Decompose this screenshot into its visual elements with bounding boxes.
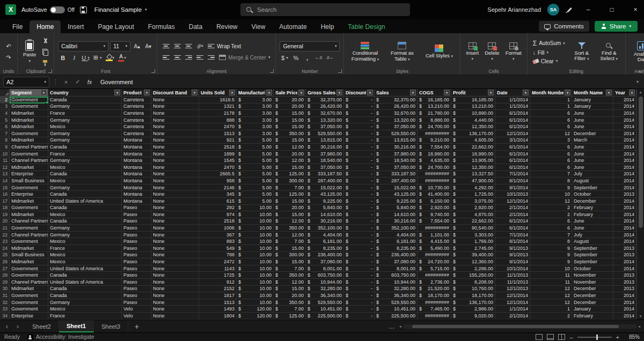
cell[interactable]: $24,700.00 <box>418 123 451 130</box>
cell[interactable]: $12.00 <box>274 279 306 286</box>
cell[interactable]: Paseo <box>122 238 151 245</box>
row-header-22[interactable]: 22 <box>0 232 10 239</box>
cell[interactable]: 7 <box>530 232 572 239</box>
cell[interactable]: $13,815.00 <box>306 137 344 144</box>
cell[interactable]: Channel Partners <box>10 218 48 225</box>
cell[interactable]: June <box>572 110 613 117</box>
cell[interactable]: $10,944.00 <box>375 279 418 286</box>
cell[interactable]: $- <box>344 279 375 286</box>
cell[interactable]: 1 <box>530 103 572 110</box>
cell[interactable]: $10.00 <box>237 286 274 293</box>
cell[interactable]: 6/1/2014 <box>495 164 530 171</box>
tab-home[interactable]: Home <box>30 20 61 33</box>
cell[interactable]: $13,327.50 <box>451 171 495 178</box>
cell[interactable]: 2/1/2014 <box>495 211 530 218</box>
cell[interactable]: 8/1/2014 <box>495 238 530 245</box>
row-header-29[interactable]: 29 <box>0 279 10 286</box>
cell[interactable]: 12/1/2014 <box>495 292 530 299</box>
cell[interactable]: $5,715.00 <box>418 265 451 272</box>
cell[interactable]: $8,235.00 <box>375 245 418 252</box>
cell[interactable]: Midmarket <box>10 258 48 265</box>
cell[interactable]: None <box>151 292 199 299</box>
cell[interactable]: None <box>151 110 199 117</box>
cell[interactable]: Paseo <box>122 218 151 225</box>
column-header-sale-price[interactable]: Sale Price▾ <box>274 89 306 97</box>
cell[interactable]: $- <box>344 97 375 103</box>
cell[interactable]: $7.00 <box>274 184 306 191</box>
cell[interactable]: Germany <box>48 184 122 191</box>
cell[interactable]: $136,170.00 <box>451 130 495 137</box>
cell[interactable]: None <box>151 211 199 218</box>
cell[interactable]: Montana <box>122 151 151 158</box>
cell[interactable]: Midmarket <box>10 286 48 293</box>
dialog-launcher-icon[interactable] <box>151 69 155 73</box>
cell[interactable]: $13,320.00 <box>306 117 344 124</box>
cell[interactable]: 2518 <box>199 218 237 225</box>
cell[interactable]: $300.00 <box>274 177 306 184</box>
cell[interactable]: 1143 <box>199 265 237 272</box>
cell[interactable]: $3.00 <box>237 123 274 130</box>
cell[interactable]: $5.00 <box>237 171 274 178</box>
align-top-icon[interactable] <box>161 41 171 51</box>
cell-styles-button[interactable]: Cell Styles ▾ <box>422 44 456 59</box>
cell[interactable]: $3,303.00 <box>451 232 495 239</box>
increase-indent-icon[interactable] <box>206 53 216 62</box>
cell[interactable]: $22,662.00 <box>451 218 495 225</box>
cell[interactable]: 9/1/2014 <box>495 258 530 265</box>
cell[interactable]: $30,216.00 <box>375 144 418 151</box>
cell[interactable]: United States of America <box>48 265 122 272</box>
horizontal-scrollbar[interactable]: ◂ ▸ <box>399 324 641 329</box>
cell[interactable]: 9 <box>530 258 572 265</box>
cell[interactable]: ######### <box>418 299 451 306</box>
cell[interactable]: None <box>151 245 199 252</box>
cell[interactable]: 7/1/2014 <box>495 232 530 239</box>
cell[interactable]: 11 <box>530 272 572 279</box>
cell[interactable]: $12.00 <box>274 232 306 239</box>
cell[interactable]: $6,150.00 <box>418 198 451 205</box>
cell[interactable]: $287,400.00 <box>306 177 344 184</box>
cell[interactable]: None <box>151 238 199 245</box>
cell[interactable]: $300.00 <box>274 252 306 259</box>
cell[interactable]: $350.00 <box>274 225 306 232</box>
cell[interactable]: $15.00 <box>274 286 306 293</box>
cell[interactable]: France <box>48 245 122 252</box>
cell[interactable]: France <box>48 313 122 320</box>
cell[interactable]: Carretera <box>122 130 151 137</box>
cell[interactable]: $9,740.00 <box>418 211 451 218</box>
cell[interactable]: $4,605.00 <box>451 137 495 144</box>
cell[interactable]: June <box>572 218 613 225</box>
selected-cell[interactable]: Government <box>10 97 48 103</box>
cell[interactable]: $10.00 <box>237 218 274 225</box>
cell[interactable]: $90,540.00 <box>451 225 495 232</box>
cell[interactable]: $- <box>344 117 375 124</box>
column-header-gross-sales[interactable]: Gross Sales▾ <box>306 89 344 97</box>
cell[interactable]: 921 <box>199 137 237 144</box>
tab-review[interactable]: Review <box>209 20 244 33</box>
cell[interactable]: 12/1/2014 <box>495 198 530 205</box>
align-left-icon[interactable] <box>161 53 171 62</box>
cell[interactable]: 6 <box>530 117 572 124</box>
cell[interactable]: 2013 <box>613 272 636 279</box>
cell[interactable]: September <box>572 252 613 259</box>
dialog-launcher-icon[interactable] <box>338 69 342 73</box>
row-header-25[interactable]: 25 <box>0 252 10 259</box>
delete-cells-button[interactable]: Delete▾ <box>483 42 501 62</box>
cell[interactable]: Canada <box>48 171 122 178</box>
format-painter-button[interactable] <box>40 58 50 68</box>
cell[interactable]: $10.00 <box>237 211 274 218</box>
cell[interactable]: December <box>572 299 613 306</box>
cell[interactable]: 2014 <box>613 110 636 117</box>
cell[interactable]: 2665.5 <box>199 171 237 178</box>
column-header-segment[interactable]: Segment▾ <box>10 89 48 97</box>
cell[interactable]: December <box>572 286 613 293</box>
row-header-26[interactable]: 26 <box>0 258 10 265</box>
cell[interactable]: $37,080.00 <box>306 258 344 265</box>
cell[interactable]: $24,720.00 <box>418 258 451 265</box>
cell[interactable]: $24,700.00 <box>418 164 451 171</box>
cell[interactable]: $21,520.00 <box>418 286 451 293</box>
cell[interactable]: 2013 <box>613 245 636 252</box>
cell[interactable]: $3.00 <box>237 103 274 110</box>
cell[interactable]: $603,750.00 <box>306 272 344 279</box>
cell[interactable]: Enterprise <box>10 313 48 320</box>
cell[interactable]: $- <box>344 110 375 117</box>
